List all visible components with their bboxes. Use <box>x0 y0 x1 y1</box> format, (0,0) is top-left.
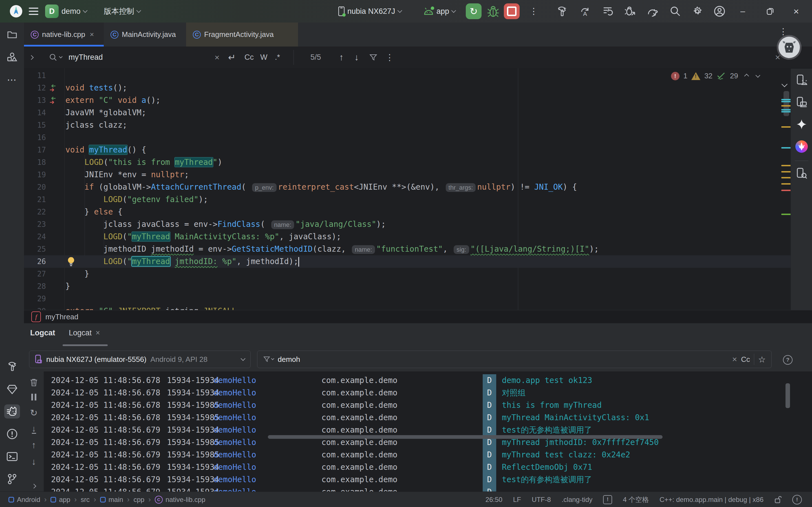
minimize-button[interactable]: – <box>740 0 745 22</box>
logcat-filter-query[interactable]: demoh <box>278 355 300 364</box>
clear-logcat-icon[interactable] <box>30 378 38 387</box>
code-line[interactable]: 29 <box>24 292 791 305</box>
log-row[interactable]: 2024-12-05 11:48:56.67915934-15934demoHe… <box>44 486 812 492</box>
log-row[interactable]: 2024-12-05 11:48:56.67815934-15934demoHe… <box>44 387 812 399</box>
recursive-call-icon[interactable] <box>49 83 57 93</box>
breadcrumb-item[interactable]: src <box>80 496 90 504</box>
error-stripe-mark[interactable] <box>781 126 791 128</box>
error-stripe-mark[interactable] <box>781 190 791 191</box>
code-line[interactable]: 17void myThread() { <box>24 144 791 156</box>
code-line[interactable]: 22 } else { <box>24 206 791 218</box>
line-number[interactable]: 19 <box>24 169 46 181</box>
logcat-device-selector[interactable]: nubia NX627J (emulator-5556) Android 9, … <box>29 351 251 368</box>
recursive-call-icon[interactable] <box>49 96 57 105</box>
settings-button[interactable] <box>691 0 703 22</box>
whole-words-toggle[interactable]: W <box>260 47 267 68</box>
search-history-button[interactable] <box>49 47 62 68</box>
line-number[interactable]: 24 <box>24 231 46 243</box>
error-stripe-mark[interactable] <box>781 171 791 172</box>
main-menu-button[interactable] <box>29 0 38 22</box>
line-number[interactable]: 30 <box>24 305 46 310</box>
terminal-tool-button[interactable] <box>6 452 18 461</box>
error-stripe-mark[interactable] <box>781 177 791 178</box>
logcat-vscrollbar-thumb[interactable] <box>786 383 790 408</box>
next-problem-chevron[interactable] <box>756 73 760 77</box>
problems-tool-button[interactable] <box>6 429 18 440</box>
search-more-options-button[interactable]: ⋮ <box>385 47 394 68</box>
match-case-toggle[interactable]: Cc <box>245 47 254 68</box>
code-line[interactable]: 28} <box>24 280 791 292</box>
line-number[interactable]: 25 <box>24 243 46 255</box>
filter-funnel-icon[interactable] <box>263 356 274 363</box>
clear-filter-icon[interactable]: × <box>732 354 737 364</box>
encoding[interactable]: UTF-8 <box>532 496 551 504</box>
inspections-widget[interactable]: ! 1 32 29 <box>671 71 760 80</box>
vcs-widget[interactable]: 版本控制 <box>104 0 141 22</box>
code-line[interactable]: 14JavaVM *globalVM; <box>24 107 791 119</box>
line-number[interactable]: 12 <box>24 82 46 94</box>
logcat-tool-button-active[interactable] <box>4 404 20 418</box>
inspections-status-icon[interactable]: ! <box>603 495 612 504</box>
code-line[interactable]: 25 jmethodID jmethodId = env->GetStaticM… <box>24 243 791 255</box>
line-number[interactable]: 20 <box>24 181 46 193</box>
code-line[interactable]: 20 if (globalVM->AttachCurrentThread( p_… <box>24 181 791 193</box>
sync-translate-button[interactable]: A <box>579 0 591 22</box>
stop-button[interactable] <box>504 0 520 22</box>
gemini-tool-button[interactable] <box>796 119 807 130</box>
local-history-button[interactable] <box>602 0 613 22</box>
logcat-tab[interactable]: Logcat × <box>69 329 100 337</box>
gradle-sync-button[interactable] <box>646 0 659 22</box>
log-row[interactable]: 2024-12-05 11:48:56.67915934-15934demoHe… <box>44 473 812 486</box>
indent-info[interactable]: 4 个空格 <box>623 495 649 504</box>
regex-toggle[interactable]: .* <box>275 47 280 68</box>
code-line[interactable]: 18 LOGD("this is from myThread") <box>24 156 791 169</box>
log-row[interactable]: 2024-12-05 11:48:56.67915934-15934demoHe… <box>44 461 812 473</box>
filter-results-button[interactable] <box>369 47 378 68</box>
more-logcat-actions-chevron[interactable] <box>32 484 36 489</box>
build-button[interactable] <box>556 0 568 22</box>
run-more-options-button[interactable]: ⋮ <box>530 0 538 22</box>
firebase-tool-button[interactable] <box>795 140 808 153</box>
line-number[interactable]: 15 <box>24 119 46 131</box>
logcat-rows[interactable]: 2024-12-05 11:48:56.67815934-15934demoHe… <box>44 372 812 492</box>
sticky-context-bar[interactable]: f myThread <box>24 310 812 324</box>
next-occurrence-icon[interactable]: ↓ <box>32 457 36 467</box>
attach-debugger-button[interactable] <box>624 0 636 22</box>
debug-button[interactable] <box>487 0 499 22</box>
line-number[interactable]: 16 <box>24 131 46 144</box>
line-number[interactable]: 13 <box>24 94 46 107</box>
close-tab-icon[interactable]: × <box>90 30 94 39</box>
line-number[interactable]: 26 <box>24 255 46 268</box>
build-tool-button[interactable] <box>6 361 18 372</box>
error-stripe-mark[interactable] <box>781 99 791 100</box>
favorite-filter-star-icon[interactable]: ☆ <box>758 354 766 364</box>
tab-mainactivity-java[interactable]: C MainActivity.java <box>104 22 186 47</box>
log-row[interactable]: 2024-12-05 11:48:56.67815934-15934demoHe… <box>44 374 812 387</box>
logcat-filter-field[interactable]: demoh × Cc ☆ <box>257 351 772 368</box>
pause-logcat-icon[interactable] <box>30 393 38 401</box>
error-stripe-mark[interactable] <box>781 147 791 149</box>
search-input[interactable]: myThread <box>68 47 103 68</box>
line-number[interactable]: 28 <box>24 280 46 292</box>
line-number[interactable]: 27 <box>24 268 46 280</box>
newline-icon[interactable]: ↵ <box>228 47 236 68</box>
previous-match-button[interactable]: ↑ <box>339 47 344 68</box>
clang-tidy[interactable]: .clang-tidy <box>562 496 592 504</box>
line-number[interactable]: 11 <box>24 69 46 82</box>
device-manager-tool-button[interactable] <box>796 96 807 108</box>
prev-problem-chevron[interactable] <box>744 73 749 78</box>
breadcrumb-item[interactable]: Cnative-lib.cpp <box>155 496 205 504</box>
code-editor[interactable]: 1112void tests();13extern "C" void a();1… <box>24 68 791 310</box>
device-explorer-tool-button[interactable] <box>796 167 807 179</box>
line-number[interactable]: 29 <box>24 292 46 305</box>
caret-position[interactable]: 26:50 <box>486 496 502 504</box>
code-line[interactable]: 13extern "C" void a(); <box>24 94 791 107</box>
scroll-to-end-icon[interactable]: ↓ <box>32 425 36 434</box>
version-control-tool-button[interactable] <box>7 473 17 485</box>
line-number[interactable]: 22 <box>24 206 46 218</box>
line-number[interactable]: 14 <box>24 107 46 119</box>
error-stripe-mark[interactable] <box>781 183 791 185</box>
error-stripe-mark[interactable] <box>781 111 791 112</box>
tab-options-button[interactable]: ⋮ <box>779 30 788 33</box>
more-tool-windows-button[interactable]: ⋯ <box>7 74 17 86</box>
